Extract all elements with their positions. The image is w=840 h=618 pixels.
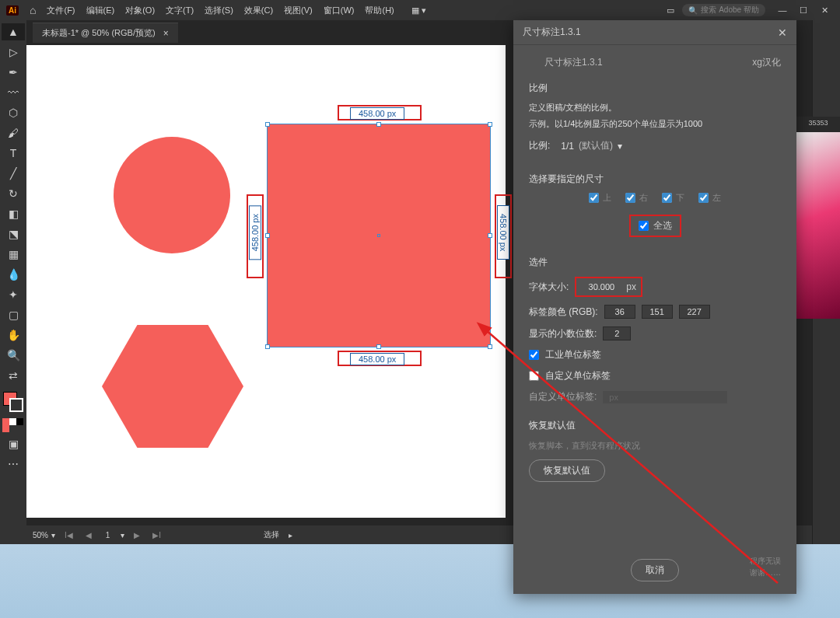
selectdims-heading: 选择要指定的尺寸 [529,173,781,186]
line-tool[interactable]: ╱ [2,165,25,182]
menu-effect[interactable]: 效果(C) [244,5,273,16]
fontsize-label: 字体大小: [529,281,569,294]
scale-label: 比例: [529,139,550,152]
scale-desc1: 定义图稿/文档的比例。 [529,101,781,114]
eyedropper-tool[interactable]: 💧 [2,266,25,283]
artboard[interactable]: 458.00 px 458.00 px 458.00 px 458.00 px [26,45,506,518]
cb-right[interactable] [625,193,635,203]
artboard-tool[interactable]: ▢ [2,306,25,323]
cancel-button[interactable]: 取消 [631,559,679,581]
document-tab[interactable]: 未标题-1* @ 50% (RGB/预览) × [33,23,178,43]
zoom-tool[interactable]: 🔍 [2,347,25,364]
menu-help[interactable]: 帮助(H) [365,5,394,16]
fill-stroke-swatch[interactable] [3,392,23,412]
brush-tool[interactable]: 🖌 [2,124,25,141]
direct-selection-tool[interactable]: ▷ [2,44,25,61]
selection-tool[interactable]: ▲ [2,23,25,40]
color-panel-preview [796,132,840,319]
circle-shape[interactable] [114,137,230,253]
menu-view[interactable]: 视图(V) [284,5,313,16]
shape-builder-tool[interactable]: ⬔ [2,225,25,243]
fontsize-input[interactable] [581,281,621,293]
side-checkbox-row: 上 右 下 左 [529,192,781,204]
app-logo: Ai [6,5,19,16]
dialog-credit: xg汉化 [752,56,781,69]
dimension-left: 458.00 px [249,205,261,260]
decimals-label: 显示的小数位数: [529,327,597,340]
menu-file[interactable]: 文件(F) [47,5,75,16]
dimension-top: 458.00 px [350,107,404,120]
eraser-tool[interactable]: ◧ [2,205,25,222]
rgb-g-input[interactable] [642,305,673,319]
gradient-tool[interactable]: ▦ [2,246,25,263]
document-tab-label: 未标题-1* @ 50% (RGB/预览) [42,27,156,39]
prev-artboard[interactable]: ◀ [82,531,95,539]
home-icon[interactable]: ⌂ [30,4,36,16]
scale-select[interactable]: 1/1 (默认值) ▾ [556,138,627,154]
chevron-down-icon: ▾ [618,141,622,152]
window-controls: — ☐ ✕ [773,5,834,16]
doc-icon[interactable]: ▭ [667,5,674,16]
minimize-icon[interactable]: — [773,5,792,15]
menu-type[interactable]: 文字(T) [166,5,194,16]
dimension-dialog: 尺寸标注1.3.1 ✕ 尺寸标注1.3.1 xg汉化 比例 定义图稿/文档的比例… [513,20,796,594]
curvature-tool[interactable]: 〰 [2,84,25,101]
left-toolbar: ▲ ▷ ✒ 〰 ⬡ 🖌 T ╱ ↻ ◧ ⬔ ▦ 💧 ✦ ▢ ✋ 🔍 ⇄ [0,20,26,544]
next-artboard[interactable]: ▶ [131,531,143,539]
menu-object[interactable]: 对象(O) [125,5,155,16]
cb-custom-unit[interactable] [529,371,539,381]
custom-unit-cb-label: 自定义单位标签 [545,369,611,382]
dialog-close-icon[interactable]: ✕ [778,26,787,39]
reset-desc: 恢复脚本，直到没有程序状况 [529,440,781,452]
menu-select[interactable]: 选择(S) [205,5,233,16]
first-artboard[interactable]: I◀ [61,531,76,539]
scale-heading: 比例 [529,82,781,95]
artboard-number[interactable]: 1 [101,531,115,539]
type-tool[interactable]: T [2,145,25,162]
fontsize-unit: px [626,281,636,292]
cb-bottom[interactable] [662,193,672,203]
tab-close-icon[interactable]: × [163,28,169,39]
screen-mode[interactable]: ▣ [2,435,25,452]
cb-select-all[interactable] [639,221,649,231]
cb-top[interactable] [589,193,599,203]
decimals-input[interactable] [603,326,631,340]
fontsize-box: px [575,277,642,297]
close-icon[interactable]: ✕ [815,5,834,16]
rotate-tool[interactable]: ↻ [2,185,25,202]
reset-heading: 恢复默认值 [529,419,781,432]
cb-left[interactable] [698,193,709,203]
dialog-footer-meta: 程序无误 谢谢…… [750,555,781,578]
edit-toolbar[interactable]: ⋯ [2,456,25,473]
dialog-subtitle: 尺寸标注1.3.1 [544,56,603,69]
color-modes[interactable] [2,418,24,432]
symbol-tool[interactable]: ✦ [2,286,25,303]
reset-button[interactable]: 恢复默认值 [529,459,605,482]
rgb-b-input[interactable] [679,305,710,319]
rectangle-tool[interactable]: ⬡ [2,104,25,121]
tool-hint: 选择 [264,529,279,540]
scale-desc2: 示例。以1/4比例显示的250个单位显示为1000 [529,117,781,131]
search-box[interactable]: 🔍 搜索 Adobe 帮助 [682,4,765,16]
zoom-control[interactable]: 50%▾ [33,531,55,539]
menu-window[interactable]: 窗口(W) [324,5,355,16]
custom-unit-label: 自定义单位标签: [529,390,597,403]
color-readout: 35353 [796,117,840,132]
dialog-titlebar[interactable]: 尺寸标注1.3.1 ✕ [513,20,796,45]
hexagon-shape[interactable] [102,325,243,448]
rgb-r-input[interactable] [604,305,635,319]
dialog-title: 尺寸标注1.3.1 [523,26,581,39]
last-artboard[interactable]: ▶I [149,531,164,539]
options-heading: 选件 [529,256,781,269]
selected-square[interactable] [268,124,490,347]
menu-edit[interactable]: 编辑(E) [86,5,115,16]
select-all-box[interactable]: 全选 [629,215,681,237]
industrial-unit-label: 工业单位标签 [545,348,601,361]
hand-tool[interactable]: ✋ [2,326,25,344]
custom-unit-input[interactable] [603,391,727,403]
cb-industrial-unit[interactable] [529,350,539,360]
maximize-icon[interactable]: ☐ [794,5,813,16]
toggle-fill-stroke[interactable]: ⇄ [2,367,25,384]
pen-tool[interactable]: ✒ [2,64,25,81]
layout-icon[interactable]: ▦ ▾ [411,5,426,16]
